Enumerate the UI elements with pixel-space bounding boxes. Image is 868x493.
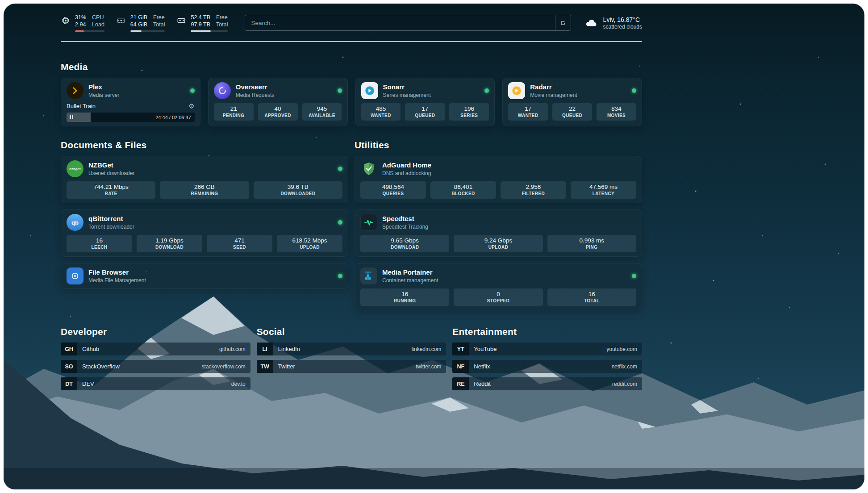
bookmark-url: dev.to — [231, 381, 250, 387]
app-subtitle: Usenet downloader — [88, 170, 134, 176]
stat-label: BLOCKED — [432, 191, 495, 196]
status-dot — [190, 88, 195, 93]
status-dot — [632, 274, 636, 278]
speedtest-card[interactable]: Speedtest Speedtest Tracking 9.65 Gbps D… — [355, 209, 642, 257]
speedtest-icon — [360, 214, 377, 231]
bookmark-abbr: NF — [452, 360, 469, 373]
nzbget-card[interactable]: nzbget NZBGet Usenet downloader 744.21 M… — [61, 156, 348, 203]
qbittorrent-card[interactable]: qb qBittorrent Torrent downloader 16 — [61, 209, 348, 257]
weather-widget[interactable]: Lviv, 16.87°C scattered clouds — [584, 16, 642, 30]
app-subtitle: Series management — [383, 92, 431, 98]
bookmark-netflix[interactable]: NF Netflix netflix.com — [452, 360, 642, 373]
playback-progress-bar[interactable]: 24:44 / 02:06:47 — [67, 113, 195, 122]
stat-value: 266 GB — [161, 184, 247, 190]
stat-tile: 196 SERIES — [449, 103, 489, 121]
radarr-card[interactable]: Radarr Movie management 17 WANTED 22 QUE… — [502, 78, 642, 126]
stat-tile: 9.24 Gbps UPLOAD — [454, 235, 542, 252]
stat-tile: 17 WANTED — [508, 103, 548, 121]
stat-label: TOTAL — [549, 298, 635, 303]
status-dot — [632, 88, 636, 93]
storage-icon — [176, 16, 186, 25]
radarr-icon — [508, 82, 525, 99]
stat-tile: 2,956 FILTERED — [501, 181, 566, 199]
bookmark-name: Twitter — [278, 363, 295, 370]
app-name: Media Portainer — [382, 268, 438, 276]
memory-stat: 21 GiB 64 GiB Free Total — [116, 14, 165, 32]
section-title-utilities: Utilities — [355, 140, 642, 150]
bookmark-stackoverflow[interactable]: SO StackOverflow stackoverflow.com — [61, 360, 250, 373]
stat-value: 0.993 ms — [549, 237, 635, 244]
app-name: NZBGet — [88, 161, 134, 169]
bookmark-abbr: LI — [257, 343, 273, 355]
bookmark-linkedin[interactable]: LI LinkedIn linkedin.com — [257, 343, 447, 355]
stat-label: RUNNING — [362, 298, 448, 303]
stat-label: APPROVED — [259, 113, 296, 118]
portainer-card[interactable]: Media Portainer Container management 16 … — [355, 263, 642, 310]
bookmark-name: StackOverflow — [82, 363, 120, 370]
bookmark-abbr: GH — [61, 343, 77, 355]
bookmark-name: YouTube — [474, 346, 497, 352]
bookmark-group-developer: Developer GH Github github.com SO StackO… — [61, 326, 250, 395]
cpu-icon — [61, 16, 71, 25]
bookmark-twitter[interactable]: TW Twitter twitter.com — [257, 360, 447, 373]
bookmark-reddit[interactable]: RE Reddit reddit.com — [452, 377, 642, 390]
weather-location: Lviv, 16.87°C — [603, 16, 642, 24]
search-input[interactable] — [245, 20, 555, 26]
filebrowser-icon — [67, 267, 83, 284]
stat-label: SERIES — [451, 113, 488, 118]
stat-value: 9.24 Gbps — [455, 237, 541, 244]
stat-tile: 744.21 Mbps RATE — [67, 181, 155, 199]
stat-value: 39.6 TB — [255, 184, 341, 190]
sonarr-card[interactable]: Sonarr Series management 485 WANTED 17 Q… — [355, 78, 495, 126]
stat-label: LATENCY — [572, 191, 635, 196]
plex-card[interactable]: Plex Media server Bullet Train ⚙ 24:44 /… — [61, 78, 200, 126]
bookmark-url: youtube.com — [606, 346, 642, 352]
stat-tile: 40 APPROVED — [258, 103, 298, 121]
bookmark-url: stackoverflow.com — [202, 363, 250, 370]
stat-tile: 17 QUEUED — [405, 103, 445, 121]
app-subtitle: Media File Management — [88, 277, 146, 284]
bookmark-name: LinkedIn — [278, 346, 300, 352]
stat-label: REMAINING — [161, 191, 247, 196]
now-playing-title: Bullet Train — [67, 103, 96, 109]
bookmark-name: DEV — [82, 380, 94, 387]
bookmark-url: linkedin.com — [412, 346, 447, 352]
filebrowser-card[interactable]: File Browser Media File Management — [61, 263, 348, 289]
bookmark-dev[interactable]: DT DEV dev.to — [61, 377, 250, 390]
section-title-developer: Developer — [61, 326, 250, 337]
qbittorrent-icon: qb — [67, 214, 83, 231]
bookmark-youtube[interactable]: YT YouTube youtube.com — [452, 343, 642, 355]
storage-progress-bar — [191, 30, 228, 32]
stat-tile: 16 TOTAL — [547, 288, 636, 306]
stat-label: MOVIES — [598, 113, 635, 118]
search-engine-button[interactable]: G — [555, 15, 571, 30]
storage-total: 97.9 TB — [191, 21, 210, 28]
app-subtitle: Movie management — [530, 92, 577, 98]
stat-tile: 39.6 TB DOWNLOADED — [254, 181, 342, 199]
overseerr-card[interactable]: Overseerr Media Requests 21 PENDING 40 A… — [208, 78, 348, 126]
bookmark-abbr: YT — [452, 343, 469, 355]
app-subtitle: Speedtest Tracking — [382, 224, 428, 230]
stat-tile: 471 SEED — [207, 235, 272, 252]
app-name: File Browser — [88, 268, 146, 276]
stat-tile: 1.19 Gbps DOWNLOAD — [137, 235, 202, 252]
stat-value: 86,401 — [432, 184, 495, 190]
stat-value: 47.569 ms — [572, 184, 635, 190]
cpu-load-value: 2.94 — [75, 21, 86, 28]
nzbget-icon-text: nzbget — [69, 167, 80, 171]
adguard-card[interactable]: AdGuard Home DNS and adblocking 498,564 … — [355, 156, 642, 203]
stat-value: 744.21 Mbps — [68, 184, 154, 190]
settings-gear-icon[interactable]: ⚙ — [188, 103, 194, 109]
stat-tile: 0.993 ms PING — [547, 235, 636, 252]
status-dot — [338, 167, 342, 171]
pause-icon[interactable] — [70, 115, 73, 119]
app-name: Overseerr — [236, 83, 275, 91]
stat-label: RATE — [68, 191, 154, 196]
adguard-icon — [360, 160, 377, 177]
stat-value: 16 — [549, 291, 635, 297]
section-title-entertainment: Entertainment — [452, 326, 642, 337]
dashboard-canvas: 31% 2.94 CPU Load — [4, 4, 864, 489]
memory-progress-bar — [130, 30, 165, 32]
storage-free: 52.4 TB — [191, 14, 210, 21]
bookmark-github[interactable]: GH Github github.com — [61, 343, 250, 355]
